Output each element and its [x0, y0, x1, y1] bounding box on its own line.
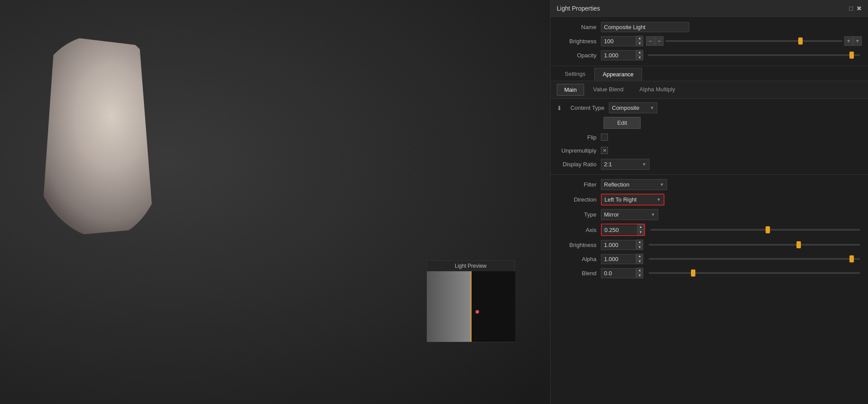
alpha-spinner: ▲ ▼ [601, 254, 643, 264]
tab-settings[interactable]: Settings [557, 68, 593, 81]
content-type-label: Content Type [565, 105, 604, 111]
preview-axis-line [471, 271, 472, 342]
light-preview-box: Light Preview [426, 260, 515, 342]
bottom-brightness-slider-row [647, 244, 862, 246]
minimize-icon[interactable]: □ [849, 5, 853, 12]
brightness-minus2-btn[interactable]: − [655, 36, 664, 46]
content-type-arrow: ▼ [650, 105, 654, 110]
brightness-minus-btn[interactable]: − [646, 36, 655, 46]
axis-slider-thumb [766, 226, 770, 233]
blend-thumb [691, 269, 695, 277]
opacity-input[interactable] [601, 50, 636, 60]
blend-spinner-btns: ▲ ▼ [636, 268, 643, 278]
bottom-brightness-label: Brightness [557, 242, 596, 248]
opacity-slider-track[interactable] [648, 54, 860, 56]
axis-highlight-border: ▲ ▼ [601, 224, 645, 236]
tab-appearance[interactable]: Appearance [594, 68, 642, 81]
light-shape [26, 35, 168, 238]
name-row: Name [551, 20, 868, 34]
opacity-spinner-btns: ▲ ▼ [636, 50, 643, 60]
right-panel: Light Properties □ ✖ Name Brightness 100… [550, 0, 868, 404]
blend-down-btn[interactable]: ▼ [636, 273, 643, 278]
filter-dropdown[interactable]: Reflection ▼ [601, 179, 667, 190]
display-ratio-arrow: ▼ [642, 162, 646, 167]
brightness-up-btn[interactable]: ▲ [636, 36, 643, 41]
blend-input[interactable] [601, 268, 636, 278]
type-value: Mirror [604, 211, 649, 218]
download-icon: ⬇ [557, 105, 562, 112]
blend-slider-track[interactable] [649, 272, 860, 274]
alpha-thumb [849, 255, 854, 262]
filter-row: Filter Reflection ▼ [551, 177, 868, 192]
opacity-up-btn[interactable]: ▲ [636, 50, 643, 55]
opacity-slider-row [646, 54, 862, 56]
filter-arrow: ▼ [660, 182, 664, 187]
alpha-down-btn[interactable]: ▼ [636, 259, 643, 264]
title-bar: Light Properties □ ✖ [551, 0, 868, 17]
brightness-input[interactable]: 100 [601, 36, 636, 46]
tabs-section: Settings Appearance [551, 66, 868, 81]
edit-row: Edit [551, 115, 868, 131]
brightness-spinner: 100 ▲ ▼ [601, 36, 643, 46]
blend-slider-row [647, 272, 862, 274]
opacity-slider-thumb [849, 52, 854, 59]
blend-up-btn[interactable]: ▲ [636, 268, 643, 273]
direction-arrow: ▼ [657, 197, 661, 202]
flip-row: Flip [551, 131, 868, 144]
properties-area: Name Brightness 100 ▲ ▼ − − + + [551, 17, 868, 66]
direction-highlight-border: Left To Right ▼ [601, 194, 664, 206]
unpremultiply-row: Unpremultiply ✕ [551, 144, 868, 157]
sub-tab-value-blend[interactable]: Value Blend [586, 84, 630, 96]
axis-down-btn[interactable]: ▼ [637, 230, 644, 235]
title-bar-icons: □ ✖ [849, 5, 862, 12]
unpremultiply-checkbox[interactable]: ✕ [601, 147, 608, 154]
unpremultiply-label: Unpremultiply [557, 147, 596, 154]
filter-value: Reflection [604, 181, 658, 188]
edit-button[interactable]: Edit [604, 117, 641, 129]
restore-icon[interactable]: ✖ [857, 5, 862, 12]
bottom-brightness-up-btn[interactable]: ▲ [636, 239, 643, 245]
type-dropdown[interactable]: Mirror ▼ [601, 209, 658, 220]
flip-label: Flip [557, 134, 596, 141]
brightness-down-btn[interactable]: ▼ [636, 41, 643, 46]
direction-dropdown[interactable]: Left To Right ▼ [602, 195, 664, 205]
display-ratio-row: Display Ratio 2:1 ▼ [551, 157, 868, 172]
brightness-header-label: Brightness [557, 38, 596, 45]
axis-input[interactable] [602, 225, 637, 235]
bottom-brightness-thumb [796, 241, 801, 248]
axis-slider-track[interactable] [650, 229, 860, 231]
content-area: ⬇ Content Type Composite ▼ Edit Flip Unp… [551, 99, 868, 404]
opacity-row: Opacity ▲ ▼ [551, 48, 868, 62]
opacity-down-btn[interactable]: ▼ [636, 55, 643, 60]
display-ratio-label: Display Ratio [557, 161, 596, 168]
type-arrow: ▼ [651, 212, 655, 217]
brightness-slider-thumb [798, 37, 803, 45]
alpha-up-btn[interactable]: ▲ [636, 254, 643, 259]
brightness-spinner-btns: ▲ ▼ [636, 36, 643, 46]
preview-left-half [427, 271, 471, 342]
alpha-row: Alpha ▲ ▼ [551, 252, 868, 266]
direction-row-container: Direction Left To Right ▼ [551, 192, 866, 207]
alpha-input[interactable] [601, 254, 636, 264]
type-row: Type Mirror ▼ [551, 207, 868, 222]
name-input[interactable] [601, 22, 689, 32]
bottom-brightness-slider-track[interactable] [649, 244, 860, 246]
content-type-dropdown[interactable]: Composite ▼ [609, 102, 657, 113]
type-label: Type [557, 211, 596, 218]
brightness-plus-btn[interactable]: + [844, 36, 853, 46]
sub-tab-main[interactable]: Main [557, 84, 584, 96]
bottom-brightness-input[interactable] [601, 240, 636, 250]
light-preview-title: Light Preview [427, 261, 514, 271]
axis-up-btn[interactable]: ▲ [637, 224, 644, 230]
display-ratio-dropdown[interactable]: 2:1 ▼ [601, 159, 649, 170]
sub-tab-alpha-multiply[interactable]: Alpha Multiply [632, 84, 682, 96]
alpha-slider-track[interactable] [649, 258, 860, 260]
bottom-brightness-down-btn[interactable]: ▼ [636, 245, 643, 250]
brightness-plus2-btn[interactable]: + [853, 36, 862, 46]
bottom-brightness-row: Brightness ▲ ▼ [551, 238, 868, 252]
brightness-header-row: Brightness 100 ▲ ▼ − − + + [551, 34, 868, 48]
axis-slider-row [649, 229, 862, 231]
flip-checkbox[interactable] [601, 134, 608, 141]
brightness-slider-track[interactable] [665, 40, 842, 42]
filter-label: Filter [557, 181, 596, 188]
